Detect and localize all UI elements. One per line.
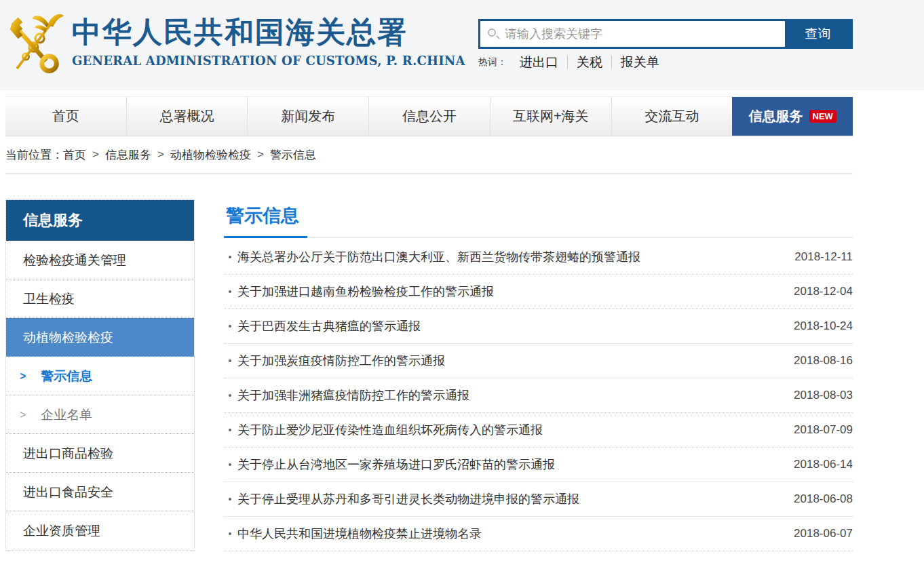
bullet-icon (229, 325, 231, 328)
sidebar-subitem-warning-info[interactable]: > 警示信息 (6, 357, 194, 395)
nav-item-interaction[interactable]: 交流互动 (611, 97, 733, 136)
bullet-icon (229, 429, 231, 431)
bullet-icon (229, 394, 231, 397)
chevron-right-icon: > (20, 357, 26, 395)
breadcrumb-link-home[interactable]: 首页 (63, 147, 86, 163)
list-item: 中华人民共和国进境植物检疫禁止进境物名录 2018-06-07 (224, 517, 853, 551)
news-link[interactable]: 关于停止受理从苏丹和多哥引进灵长类动物进境申报的警示通报 (237, 491, 780, 507)
customs-emblem-logo (7, 8, 64, 76)
news-date: 2018-10-24 (794, 319, 853, 333)
search-input[interactable] (480, 21, 785, 47)
site-header: 中华人民共和国海关总署 GENERAL ADMINISTRATION OF CU… (0, 0, 924, 90)
sidebar-item-animal-plant-quarantine[interactable]: 动植物检验检疫 (6, 318, 194, 357)
list-item: 海关总署办公厅关于防范出口澳大利亚、新西兰货物传带茶翅蝽的预警通报 2018-1… (224, 240, 853, 275)
main-nav: 首页 总署概况 新闻发布 信息公开 互联网+海关 交流互动 信息服务 NEW (5, 96, 853, 136)
sidebar-item-food-safety[interactable]: 进出口食品安全 (6, 473, 194, 511)
news-link[interactable]: 关于加强进口越南鱼粉检验检疫工作的警示通报 (237, 283, 780, 300)
page-title-wrap: 警示信息 (224, 199, 853, 238)
breadcrumb-separator: > (157, 148, 164, 161)
hotwords-label: 热词： (478, 56, 507, 68)
new-badge: NEW (809, 110, 836, 123)
nav-item-overview[interactable]: 总署概况 (126, 97, 248, 136)
bullet-icon (229, 256, 231, 258)
main-panel: 警示信息 海关总署办公厅关于防范出口澳大利亚、新西兰货物传带茶翅蝽的预警通报 2… (224, 199, 853, 551)
hotword-link[interactable]: 进出口 (511, 56, 567, 68)
news-date: 2018-07-09 (794, 423, 853, 437)
page-title: 警示信息 (224, 203, 307, 238)
search-bar: 查询 (478, 19, 853, 49)
news-date: 2018-06-07 (794, 527, 853, 541)
nav-item-home[interactable]: 首页 (5, 97, 126, 136)
search-area: 查询 热词： 进出口 关税 报关单 (478, 19, 853, 68)
breadcrumb-link-info-service[interactable]: 信息服务 (105, 147, 151, 163)
nav-item-internet-customs[interactable]: 互联网+海关 (490, 97, 611, 136)
sidebar-item-health-quarantine[interactable]: 卫生检疫 (6, 279, 194, 318)
sidebar-subitem-enterprise-list[interactable]: > 企业名单 (6, 395, 194, 434)
list-item: 关于防止爱沙尼亚传染性造血组织坏死病传入的警示通报 2018-07-09 (224, 413, 853, 448)
news-date: 2018-08-03 (794, 389, 853, 402)
news-link[interactable]: 海关总署办公厅关于防范出口澳大利亚、新西兰货物传带茶翅蝽的预警通报 (237, 249, 781, 265)
list-item: 关于加强非洲猪瘟疫情防控工作的警示通报 2018-08-03 (224, 378, 853, 413)
breadcrumb-label: 当前位置： (5, 147, 63, 163)
chevron-right-icon: > (20, 395, 26, 434)
list-item: 关于巴西发生古典猪瘟的警示通报 2018-10-24 (224, 309, 853, 344)
breadcrumb-link-quarantine[interactable]: 动植物检验检疫 (170, 147, 251, 163)
news-date: 2018-06-14 (794, 458, 853, 471)
breadcrumb: 当前位置： 首页 > 信息服务 > 动植物检验检疫 > 警示信息 (5, 136, 853, 174)
nav-item-news[interactable]: 新闻发布 (247, 97, 368, 136)
nav-item-info-service[interactable]: 信息服务 NEW (732, 97, 853, 136)
sidebar-title[interactable]: 信息服务 (6, 200, 194, 241)
breadcrumb-current: 警示信息 (270, 147, 316, 163)
bullet-icon (229, 532, 231, 535)
sidebar-item-commodity-inspection[interactable]: 进出口商品检验 (6, 434, 194, 473)
news-list: 海关总署办公厅关于防范出口澳大利亚、新西兰货物传带茶翅蝽的预警通报 2018-1… (224, 240, 853, 551)
site-title-en: GENERAL ADMINISTRATION OF CUSTOMS, P. R.… (72, 54, 465, 68)
search-icon (488, 28, 496, 37)
news-date: 2018-08-16 (794, 354, 853, 368)
list-item: 关于加强炭疽疫情防控工作的警示通报 2018-08-16 (224, 344, 853, 378)
sidebar-subitem-label: 企业名单 (41, 395, 92, 434)
bullet-icon (229, 463, 231, 466)
breadcrumb-separator: > (257, 148, 264, 161)
news-date: 2018-12-04 (794, 285, 853, 298)
sidebar: 信息服务 检验检疫通关管理 卫生检疫 动植物检验检疫 > 警示信息 > 企业名单… (5, 199, 195, 551)
nav-item-info-disclosure[interactable]: 信息公开 (368, 97, 490, 136)
list-item: 关于加强进口越南鱼粉检验检疫工作的警示通报 2018-12-04 (224, 275, 853, 309)
news-link[interactable]: 关于防止爱沙尼亚传染性造血组织坏死病传入的警示通报 (237, 422, 780, 438)
hotword-link[interactable]: 关税 (567, 56, 611, 68)
list-item: 关于停止受理从苏丹和多哥引进灵长类动物进境申报的警示通报 2018-06-08 (224, 482, 853, 517)
site-title-cn: 中华人民共和国海关总署 (72, 16, 465, 48)
bullet-icon (229, 290, 231, 293)
sidebar-item-clearance-mgmt[interactable]: 检验检疫通关管理 (6, 241, 194, 279)
sidebar-subitem-label: 警示信息 (41, 357, 92, 395)
bullet-icon (229, 498, 231, 501)
list-item: 关于停止从台湾地区一家养殖场进口罗氏沼虾苗的警示通报 2018-06-14 (224, 448, 853, 482)
hotword-link[interactable]: 报关单 (611, 56, 668, 68)
news-link[interactable]: 关于加强炭疽疫情防控工作的警示通报 (237, 353, 780, 369)
news-date: 2018-06-08 (794, 492, 853, 506)
news-link[interactable]: 关于停止从台湾地区一家养殖场进口罗氏沼虾苗的警示通报 (237, 456, 780, 473)
breadcrumb-separator: > (92, 148, 99, 161)
sidebar-item-enterprise-qualification[interactable]: 企业资质管理 (6, 511, 194, 550)
search-button[interactable]: 查询 (785, 21, 851, 47)
nav-item-label: 信息服务 (749, 107, 803, 125)
brand: 中华人民共和国海关总署 GENERAL ADMINISTRATION OF CU… (7, 8, 465, 76)
news-link[interactable]: 中华人民共和国进境植物检疫禁止进境物名录 (237, 526, 780, 542)
news-link[interactable]: 关于加强非洲猪瘟疫情防控工作的警示通报 (237, 387, 780, 404)
bullet-icon (229, 359, 231, 362)
content: 信息服务 检验检疫通关管理 卫生检疫 动植物检验检疫 > 警示信息 > 企业名单… (5, 174, 924, 551)
news-link[interactable]: 关于巴西发生古典猪瘟的警示通报 (237, 318, 780, 334)
news-date: 2018-12-11 (794, 250, 853, 264)
hotwords: 热词： 进出口 关税 报关单 (478, 56, 853, 68)
